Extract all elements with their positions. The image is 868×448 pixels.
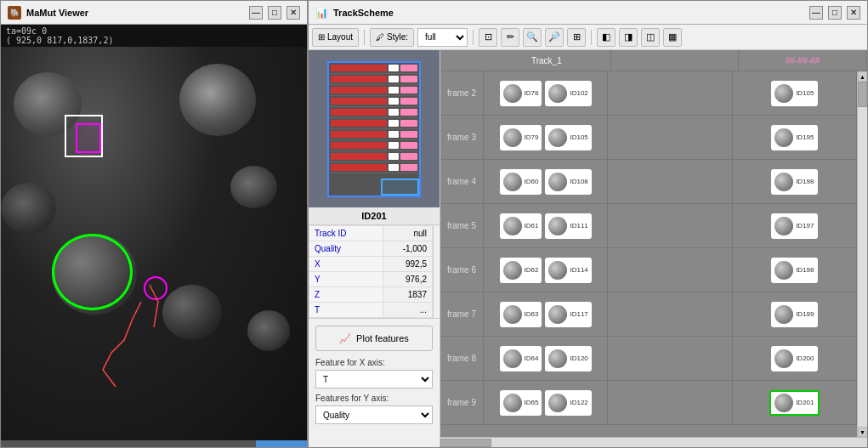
table-btn[interactable]: ▦ (663, 28, 682, 47)
plot-features-btn[interactable]: 📈 Plot features (315, 326, 433, 351)
minimap-row-9 (329, 151, 419, 162)
spot-chip-3-2-0[interactable]: ID197 (771, 213, 817, 239)
track-row-label-4: frame 6 (440, 265, 483, 275)
mamut-info-line1: ta=09c 0 (6, 26, 302, 36)
nav-btn-2[interactable]: ◨ (619, 28, 638, 47)
spot-chip-1-2-0[interactable]: ID195 (771, 125, 817, 150)
spot-chip-5-0-1[interactable]: ID117 (545, 302, 591, 327)
spot-chip-3-0-1[interactable]: ID111 (545, 213, 591, 239)
spot-chip-6-0-0[interactable]: ID64 (500, 346, 542, 371)
mamut-viewer-window: 🐘 MaMut Viewer — □ ✕ ta=09c 0 ( 925,0 81… (0, 0, 308, 448)
fit-btn[interactable]: ⊡ (479, 28, 497, 47)
track-row-label-6: frame 8 (440, 354, 483, 363)
spot-chip-2-0-0[interactable]: ID60 (500, 169, 542, 195)
spot-thumb-7-0-1 (548, 394, 567, 412)
track-scrollbar-v[interactable]: ▲ ▼ (857, 71, 867, 437)
track-row-label-2: frame 4 (440, 177, 483, 186)
minimap-cell-pink-4 (400, 98, 417, 105)
spot-chip-1-0-0[interactable]: ID79 (500, 125, 542, 150)
mamut-maximize-btn[interactable]: □ (268, 6, 281, 20)
spot-chip-4-0-0[interactable]: ID62 (500, 258, 542, 283)
spot-thumb-6-0-1 (548, 349, 567, 368)
scroll-thumb (858, 82, 867, 107)
track-row-cells-5: ID63ID117ID199 (483, 292, 857, 336)
minimap-cell-pink-10 (400, 164, 417, 171)
track-col-6-2: ID200 (733, 337, 857, 380)
spot-id-6-0-0: ID64 (525, 354, 539, 362)
minimap-cell-white-2 (389, 76, 399, 82)
mamut-close-btn[interactable]: ✕ (286, 6, 300, 20)
spot-chip-2-0-1[interactable]: ID108 (545, 169, 591, 195)
minimap-viewport-indicator (381, 179, 419, 196)
track-col-0-0: ID78ID102 (484, 71, 608, 115)
spot-chip-0-2-0[interactable]: ID105 (771, 81, 817, 106)
properties-table: Track IDnullQuality-1,000X992,5Y976,2Z18… (309, 225, 433, 318)
spot-chip-6-0-1[interactable]: ID120 (545, 346, 591, 371)
mamut-minimize-btn[interactable]: — (249, 6, 263, 20)
track-col-4-2: ID198 (733, 248, 857, 292)
property-row-3: Y976,2 (309, 272, 433, 287)
track-col-1-2: ID195 (733, 116, 857, 159)
track-grid-header: Track_1 ##-##-## (440, 50, 867, 71)
zoom-out-btn[interactable]: 🔎 (545, 28, 564, 47)
cell-4 (1, 183, 56, 234)
spot-chip-4-2-0[interactable]: ID198 (771, 258, 817, 283)
spot-chip-7-2-0[interactable]: ID201 (769, 390, 819, 416)
trackscheme-toolbar: ⊞ Layout 🖊 Style: full simple ⊡ ✏ 🔍 🔎 ⊞ … (309, 25, 867, 50)
spot-chip-0-0-1[interactable]: ID102 (545, 81, 591, 106)
spot-id-header: ID201 (309, 207, 440, 225)
spot-chip-5-2-0[interactable]: ID199 (771, 302, 817, 327)
mamut-scrollbar-thumb (256, 440, 307, 447)
property-value-2: 992,5 (383, 257, 433, 272)
trackscheme-close-btn[interactable]: ✕ (847, 6, 860, 20)
spot-chip-0-0-0[interactable]: ID78 (500, 81, 542, 106)
scroll-down-btn[interactable]: ▼ (858, 427, 867, 437)
trackscheme-maximize-btn[interactable]: □ (828, 6, 842, 20)
row-label-spacer (440, 50, 483, 71)
spot-thumb-5-0-0 (503, 305, 522, 324)
minimap-cell-red-3 (331, 87, 387, 94)
minimap-cell-red-10 (331, 164, 387, 171)
track-grid-body[interactable]: frame 2ID78ID102ID105frame 3ID79ID105ID1… (440, 71, 867, 437)
minimap-area[interactable] (309, 50, 440, 207)
spot-id-0-0-0: ID78 (525, 89, 539, 97)
properties-scrollbar[interactable] (433, 225, 440, 318)
mamut-scrollbar-h[interactable] (1, 440, 307, 447)
track-row-cells-2: ID60ID108ID198 (483, 160, 857, 203)
layout-btn[interactable]: ⊞ Layout (312, 28, 359, 47)
track-grid: Track_1 ##-##-## frame 2ID78ID102ID105fr… (440, 50, 867, 447)
minimap-cell-white-9 (389, 153, 399, 160)
zoom-fit-btn[interactable]: ⊞ (567, 28, 586, 47)
mamut-canvas[interactable] (1, 47, 307, 440)
spot-chip-5-0-0[interactable]: ID63 (500, 302, 542, 327)
x-axis-select[interactable]: T (315, 370, 433, 388)
style-btn[interactable]: 🖊 Style: (370, 28, 414, 47)
spot-chip-4-0-1[interactable]: ID114 (545, 258, 591, 283)
spot-chip-3-0-0[interactable]: ID61 (500, 213, 542, 239)
spot-id-2-0-1: ID108 (570, 178, 587, 185)
minimap-cell-red-2 (331, 76, 387, 82)
minimap-cell-white-1 (389, 65, 399, 71)
spot-chip-2-2-0[interactable]: ID198 (771, 169, 817, 195)
track-col-5-1 (608, 292, 732, 336)
brush-btn[interactable]: ✏ (501, 28, 519, 47)
style-select[interactable]: full simple (417, 28, 468, 47)
trackscheme-minimize-btn[interactable]: — (809, 6, 823, 20)
scroll-up-btn[interactable]: ▲ (858, 71, 867, 82)
spot-id-0-2-0: ID105 (796, 89, 814, 97)
nav-btn-3[interactable]: ◫ (641, 28, 660, 47)
spot-chip-1-0-1[interactable]: ID105 (545, 125, 591, 150)
spot-thumb-0-0-1 (548, 84, 567, 103)
spot-id-5-0-0: ID63 (525, 310, 539, 318)
nav-btn-1[interactable]: ◧ (597, 28, 616, 47)
zoom-in-btn[interactable]: 🔍 (523, 28, 542, 47)
spot-id-1-0-0: ID79 (525, 133, 539, 141)
spot-chip-7-0-0[interactable]: ID65 (500, 390, 542, 416)
trackscheme-window: 📊 TrackScheme — □ ✕ ⊞ Layout 🖊 Style: fu… (308, 0, 868, 448)
track-scrollbar-h[interactable] (440, 437, 867, 447)
spot-id-0-0-1: ID102 (570, 89, 587, 97)
y-axis-select[interactable]: Quality (315, 405, 433, 424)
spot-chip-6-2-0[interactable]: ID200 (771, 346, 817, 371)
spot-chip-7-0-1[interactable]: ID122 (545, 390, 591, 416)
minimap-row-8 (329, 140, 419, 151)
